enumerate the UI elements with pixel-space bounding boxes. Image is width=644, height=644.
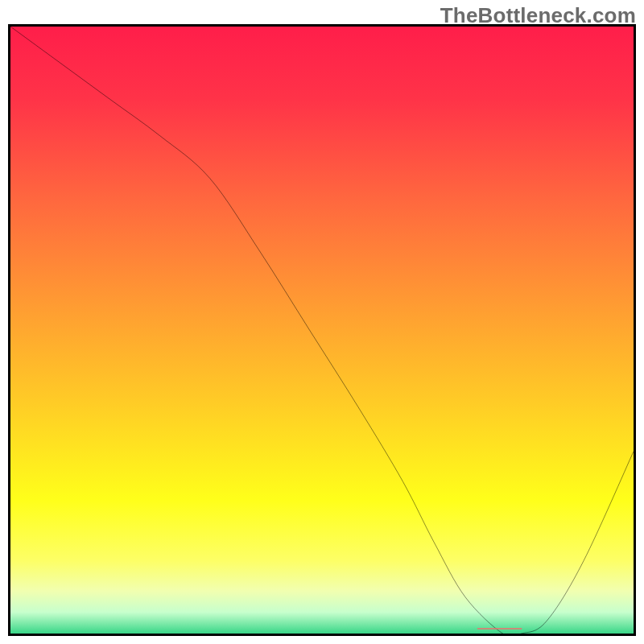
chart-svg [10,27,634,634]
chart-frame: TheBottleneck.com [0,0,644,644]
gradient-rect [10,27,634,634]
plot-area [8,24,636,636]
